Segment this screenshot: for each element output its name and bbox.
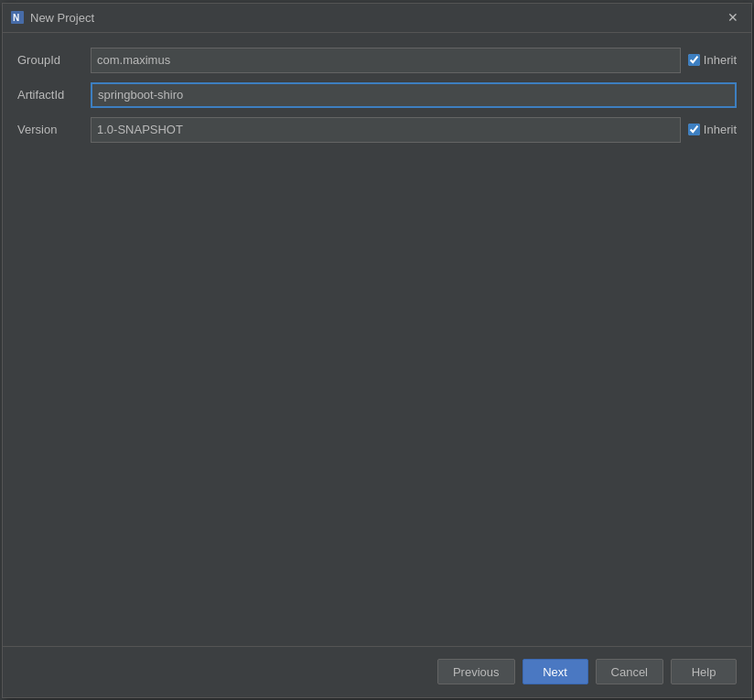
group-id-inherit[interactable]: Inherit — [688, 53, 737, 67]
group-id-row: GroupId Inherit — [17, 48, 737, 73]
group-id-input[interactable] — [91, 48, 681, 73]
version-row: Version Inherit — [17, 117, 737, 143]
svg-text:N: N — [13, 13, 19, 23]
version-inherit-checkbox[interactable] — [688, 124, 700, 135]
version-inherit-label: Inherit — [704, 123, 737, 136]
help-button[interactable]: Help — [671, 659, 737, 684]
version-input[interactable] — [91, 117, 681, 143]
group-id-inherit-label: Inherit — [704, 53, 737, 67]
artifact-id-row: ArtifactId — [17, 82, 737, 108]
cancel-button[interactable]: Cancel — [596, 659, 663, 684]
dialog-footer: Previous Next Cancel Help — [3, 646, 751, 697]
next-button[interactable]: Next — [522, 659, 588, 684]
group-id-inherit-checkbox[interactable] — [688, 54, 700, 66]
previous-button[interactable]: Previous — [437, 659, 515, 684]
version-inherit[interactable]: Inherit — [688, 123, 737, 136]
new-project-dialog: N New Project ✕ GroupId Inherit Artifact… — [2, 3, 752, 698]
dialog-content: GroupId Inherit ArtifactId Version Inher… — [3, 33, 751, 646]
dialog-title: New Project — [30, 11, 722, 25]
title-bar: N New Project ✕ — [3, 4, 751, 33]
artifact-id-label: ArtifactId — [17, 88, 91, 102]
artifact-id-input[interactable] — [91, 82, 737, 108]
group-id-label: GroupId — [17, 53, 91, 67]
version-label: Version — [17, 123, 91, 136]
close-button[interactable]: ✕ — [722, 6, 744, 28]
dialog-icon: N — [10, 10, 25, 25]
